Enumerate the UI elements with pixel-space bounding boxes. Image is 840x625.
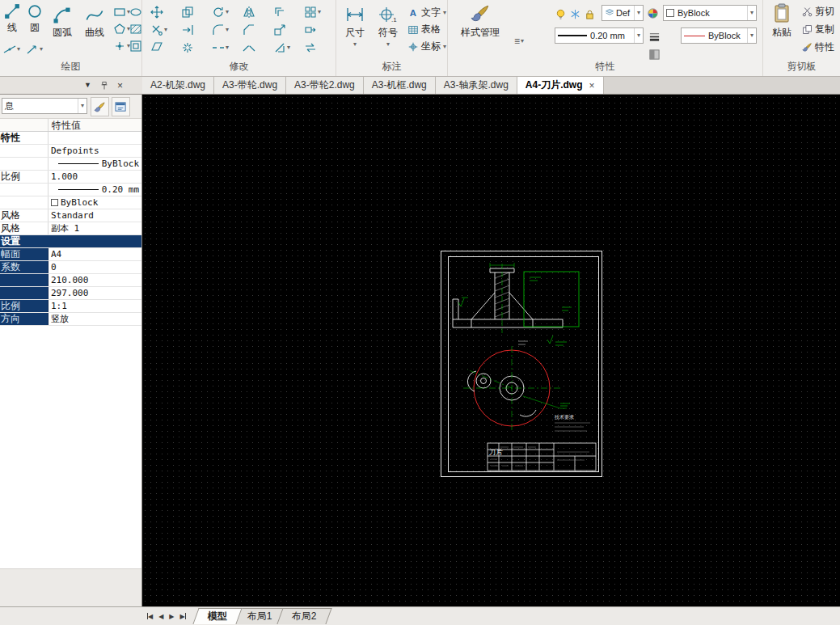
ellipse-icon[interactable] (129, 5, 142, 19)
hatch-icon[interactable] (129, 22, 142, 36)
curve-button[interactable]: 曲线 (81, 6, 108, 40)
style-manager-button[interactable]: 样式管理 (454, 3, 506, 40)
block-icon[interactable] (129, 39, 142, 53)
doc-tab[interactable]: A3-带轮.dwg (214, 77, 286, 94)
tab-layout2[interactable]: 布局2 (277, 608, 332, 624)
point-icon[interactable]: ▾ (113, 39, 130, 53)
color-preview (51, 199, 58, 206)
doc-tab[interactable]: A3-带轮2.dwg (286, 77, 364, 94)
palette-menu-icon[interactable]: ▼ (84, 82, 91, 89)
arc-button[interactable]: 圆弧 (49, 6, 76, 40)
pin-icon[interactable] (99, 81, 109, 91)
coordinate-button[interactable]: 坐标▾ (407, 40, 446, 53)
lineweight-settings-icon[interactable] (648, 29, 661, 44)
break-icon[interactable]: ▾ (212, 40, 229, 55)
erase-icon[interactable] (150, 40, 163, 55)
svg-text:A: A (410, 8, 416, 18)
doc-tab[interactable]: A3-机框.dwg (364, 77, 436, 94)
lineweight-preview (58, 189, 99, 190)
join-icon[interactable] (243, 40, 255, 55)
lineweight-value: 0.20 mm (590, 31, 625, 40)
text-icon: A (407, 7, 419, 19)
table-button[interactable]: 表格 (407, 23, 441, 36)
align-icon[interactable]: ▾ (273, 40, 290, 55)
color-select[interactable]: ByBlock ▾ (663, 5, 757, 21)
cut-button[interactable]: 剪切 (802, 5, 834, 19)
rectangle-icon[interactable]: ▾ (113, 5, 130, 19)
copy-icon[interactable] (181, 5, 194, 19)
reverse-icon[interactable] (304, 40, 317, 55)
next-tab-icon[interactable]: ▶ (169, 613, 174, 620)
offset-icon[interactable] (273, 5, 286, 19)
doc-tab-active[interactable]: A4-刀片.dwg × (517, 77, 604, 94)
props-label: 特性 (815, 40, 834, 54)
stretch-icon[interactable] (304, 23, 317, 37)
style-menu-icon[interactable]: ≡▾ (514, 34, 524, 49)
tab-close-icon[interactable]: × (589, 80, 595, 91)
fillet-icon[interactable]: ▾ (212, 23, 229, 37)
ray-icon[interactable]: ▾ (26, 42, 43, 57)
rotate-icon[interactable]: ▾ (212, 5, 229, 19)
paste-button[interactable]: 粘贴 (766, 3, 797, 40)
prev-tab-icon[interactable]: ◀ (158, 613, 163, 620)
layers-icon (605, 8, 614, 18)
mirror-icon[interactable] (243, 5, 255, 19)
polygon-icon[interactable]: ▾ (113, 22, 130, 36)
circle-button[interactable]: 圆 (24, 3, 45, 35)
layer-freeze-icon[interactable] (569, 6, 581, 21)
color-swatch (666, 9, 674, 17)
doc-tab[interactable]: A3-轴承架.dwg (436, 77, 517, 94)
properties-group-label: 特性 (448, 60, 762, 74)
line-button[interactable]: 线 (2, 3, 23, 35)
symbol-button[interactable]: .1 符号 ▾ (374, 5, 403, 48)
scissors-icon (802, 6, 813, 17)
text-button[interactable]: A 文字▾ (407, 6, 446, 19)
quick-select-button[interactable] (112, 97, 130, 116)
chamfer-icon[interactable] (243, 23, 255, 37)
linetype-preview (58, 163, 99, 164)
cad-application-window: 线 圆 ▾ ▾ 圆弧 曲线 ▾ (0, 0, 840, 625)
quick-select-icon (115, 101, 127, 113)
match-props-ribbon-button[interactable]: 特性 (802, 40, 834, 54)
info-selector[interactable]: 息 ▾ (2, 98, 87, 114)
linetype-value: ByBlock (708, 31, 741, 40)
symbol-icon: .1 (378, 5, 398, 24)
move-icon[interactable] (150, 5, 163, 19)
property-row: 0.20 mm (0, 184, 141, 196)
ribbon-group-annotate: 尺寸 ▾ .1 符号 ▾ A 文字▾ 表格 坐标▾ 标注 (336, 0, 448, 76)
extend-icon[interactable] (181, 23, 194, 37)
last-tab-icon[interactable]: ▶ (179, 613, 185, 620)
trim-icon[interactable]: ▾ (150, 23, 167, 37)
doc-tab[interactable]: A2-机架.dwg (142, 77, 214, 94)
paste-label: 粘贴 (772, 26, 791, 40)
array-icon[interactable]: ▾ (304, 5, 321, 19)
lineweight-select[interactable]: 0.20 mm ▾ (555, 27, 644, 44)
linetype-select[interactable]: ByBlock ▾ (681, 27, 757, 44)
draw-group-label: 绘图 (0, 60, 141, 74)
layer-select[interactable]: Def ▾ (602, 5, 644, 21)
drawing-a4-blade[interactable]: 技术要求 刀片 (441, 251, 602, 477)
document-tabbar: ▼ × A2-机架.dwg A3-带轮.dwg A3-带轮2.dwg A3-机框… (0, 77, 840, 95)
match-properties-button[interactable] (91, 97, 109, 116)
model-space-canvas[interactable]: 技术要求 刀片 (142, 95, 840, 606)
tech-note-text: 技术要求 (554, 415, 574, 420)
explode-icon[interactable] (181, 40, 194, 55)
copy-clip-button[interactable]: 复制 (802, 23, 834, 36)
property-row: 方向竖放 (0, 313, 141, 326)
layer-lock-icon[interactable] (584, 6, 596, 21)
xline-icon[interactable]: ▾ (3, 42, 20, 57)
clipboard-group-label: 剪切板 (763, 60, 840, 74)
tab-model[interactable]: 模型 (192, 608, 242, 624)
layer-value: Def (616, 8, 630, 18)
dimension-button[interactable]: 尺寸 ▾ (341, 5, 369, 48)
layer-on-icon[interactable] (555, 6, 567, 21)
ribbon-group-modify: ▾ ▾ ▾ ▾ ▾ ▾ 修改 (142, 0, 336, 76)
ribbon: 线 圆 ▾ ▾ 圆弧 曲线 ▾ (0, 0, 840, 77)
first-tab-icon[interactable]: ◀ (147, 613, 153, 620)
color-wheel-icon[interactable] (647, 6, 659, 20)
palette-close-icon[interactable]: × (117, 80, 123, 91)
copy-label: 复制 (815, 23, 834, 36)
scale-icon[interactable] (273, 23, 286, 37)
palette-toolbar: 息 ▾ (0, 95, 141, 119)
property-brush-icon (802, 42, 813, 53)
